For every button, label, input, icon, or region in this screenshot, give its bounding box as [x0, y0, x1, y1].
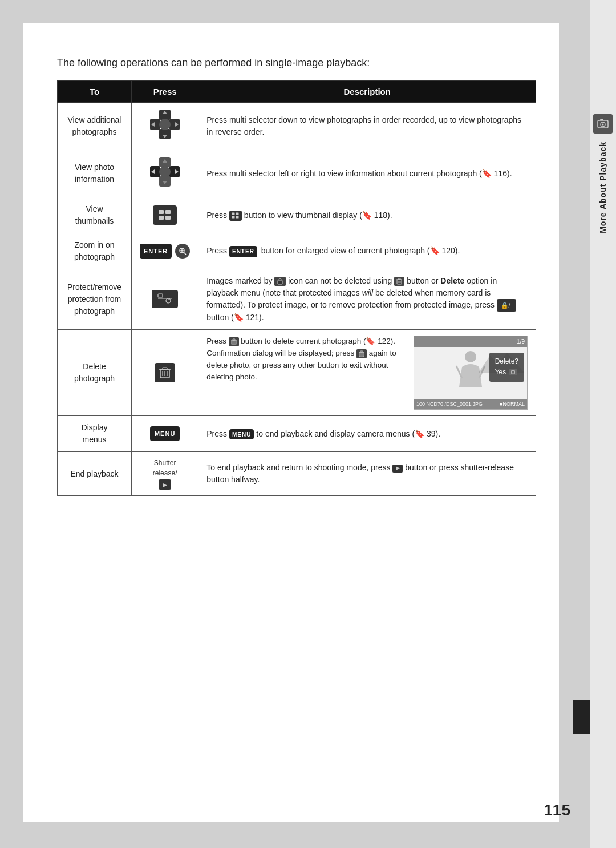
svg-rect-60	[512, 371, 515, 374]
row-description: Press multi selector down to view photog…	[198, 103, 536, 150]
row-to: End playback	[58, 452, 132, 496]
table-row: Displaymenus MENU Press MENU to end play…	[58, 416, 536, 452]
enter-button-icon: ENTER	[140, 244, 172, 259]
delete-dialog: Delete?Yes	[489, 353, 524, 381]
page-number: 115	[544, 801, 570, 819]
row-to: Deletephotograph	[58, 330, 132, 416]
table-row: Viewthumbnails Press button to	[58, 197, 536, 233]
camera-icon	[597, 118, 609, 130]
dpad-lr-icon	[149, 156, 181, 188]
row-to: Displaymenus	[58, 416, 132, 452]
svg-rect-43	[163, 368, 167, 369]
menu-button-icon: MENU	[150, 426, 180, 441]
sidebar: More About Playback	[590, 0, 616, 848]
svg-rect-19	[165, 210, 171, 214]
svg-rect-55	[360, 351, 363, 352]
row-description: To end playback and return to shooting m…	[198, 452, 536, 496]
svg-rect-62	[512, 370, 514, 371]
svg-rect-20	[159, 216, 164, 220]
svg-point-8	[159, 119, 171, 130]
svg-point-66	[602, 124, 604, 126]
shutter-release-cell: Shutterrelease/ ▶	[140, 458, 190, 490]
row-to: View additional photographs	[58, 103, 132, 150]
table-row: View photoinformation	[58, 150, 536, 197]
row-press: ENTER	[132, 233, 198, 269]
protect-button-icon	[152, 290, 178, 308]
row-to: View photoinformation	[58, 150, 132, 197]
preview-image: Delete?Yes	[414, 347, 527, 393]
intro-text: The following operations can be performe…	[57, 57, 525, 69]
row-press: Shutterrelease/ ▶	[132, 452, 198, 496]
svg-rect-49	[233, 339, 235, 340]
table-row: End playback Shutterrelease/ ▶ To end pl…	[58, 452, 536, 496]
table-row: Deletephotograph	[58, 330, 536, 416]
svg-rect-34	[278, 280, 282, 284]
row-press	[132, 150, 198, 197]
magnify-icon	[175, 244, 190, 259]
row-to: Protect/removeprotection fromphotograph	[58, 269, 132, 330]
svg-rect-25	[236, 216, 238, 218]
row-description: Press button to delete current photograp…	[198, 330, 536, 416]
row-to: Viewthumbnails	[58, 197, 132, 233]
sidebar-label: More About Playback	[598, 142, 607, 233]
row-press: MENU	[132, 416, 198, 452]
preview-counter: 1/9	[414, 336, 527, 347]
preview-footer: 100 NCD70 /DSC_0001.JPG ■NORMAL	[414, 399, 527, 410]
svg-line-27	[184, 252, 186, 255]
svg-rect-22	[232, 212, 234, 215]
dpad-all-icon	[149, 108, 181, 140]
svg-point-59	[465, 351, 476, 362]
svg-rect-18	[159, 210, 164, 214]
delete-preview-box: 1/9	[414, 336, 528, 410]
row-press	[132, 103, 198, 150]
svg-rect-24	[232, 216, 234, 218]
operations-table: To Press Description View additional pho…	[57, 80, 536, 496]
page-content: The following operations can be performe…	[23, 23, 559, 822]
thumbnails-button-icon	[153, 205, 177, 225]
row-description: Images marked by icon can not be deleted…	[198, 269, 536, 330]
svg-rect-30	[158, 294, 163, 297]
col-header-to: To	[58, 81, 132, 103]
trash-button-icon	[155, 363, 175, 382]
row-description: Press MENU to end playback and display c…	[198, 416, 536, 452]
col-header-description: Description	[198, 81, 536, 103]
row-description: Press ENTER button for enlarged view of …	[198, 233, 536, 269]
svg-rect-23	[236, 212, 238, 215]
row-to: Zoom in onphotograph	[58, 233, 132, 269]
section-tab	[573, 700, 590, 734]
row-description: Press button to view thumbnail display (…	[198, 197, 536, 233]
play-button-icon: ▶	[159, 479, 171, 490]
sidebar-icon-box	[593, 114, 613, 134]
svg-rect-37	[398, 278, 400, 280]
svg-point-17	[159, 166, 171, 177]
row-press	[132, 269, 198, 330]
table-row: Zoom in onphotograph ENTER	[58, 233, 536, 269]
col-header-press: Press	[132, 81, 198, 103]
row-press	[132, 197, 198, 233]
table-row: View additional photographs	[58, 103, 536, 150]
row-description: Press multi selector left or right to vi…	[198, 150, 536, 197]
svg-rect-65	[600, 119, 603, 120]
row-press	[132, 330, 198, 416]
svg-rect-21	[165, 216, 171, 220]
table-row: Protect/removeprotection fromphotograph …	[58, 269, 536, 330]
